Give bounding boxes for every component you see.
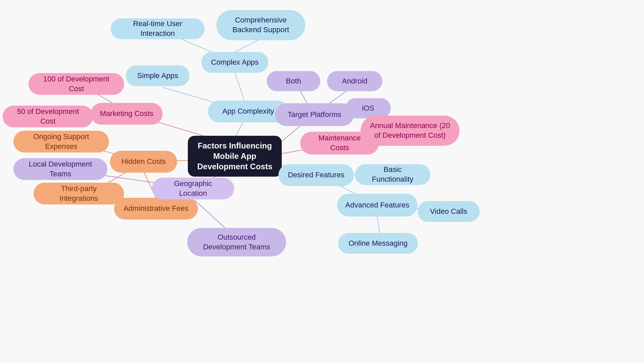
node-complex-apps: Complex Apps: [201, 52, 268, 73]
node-cost-100: 100 of Development Cost: [29, 73, 124, 95]
node-marketing-costs: Marketing Costs: [91, 103, 163, 125]
node-basic-functionality: Basic Functionality: [355, 164, 430, 185]
node-realtime-user: Real-time User Interaction: [111, 18, 205, 39]
node-desired-features: Desired Features: [278, 164, 354, 186]
node-local-dev: Local Development Teams: [13, 158, 107, 180]
node-comprehensive-backend: Comprehensive Backend Support: [216, 10, 305, 40]
svg-line-4: [235, 39, 262, 52]
center-node: Factors Influencing Mobile App Developme…: [188, 136, 282, 177]
node-simple-apps: Simple Apps: [126, 65, 190, 86]
node-android: Android: [327, 71, 382, 91]
node-online-messaging: Online Messaging: [338, 233, 418, 254]
node-outsourced-dev: Outsourced Development Teams: [187, 228, 286, 256]
node-video-calls: Video Calls: [418, 201, 480, 222]
node-ios: iOS: [345, 98, 391, 118]
node-third-party: Third-party Integrations: [34, 183, 124, 204]
node-target-platforms: Target Platforms: [275, 103, 354, 126]
node-both: Both: [267, 71, 320, 91]
node-cost-50: 50 of Development Cost: [3, 106, 93, 127]
node-admin-fees: Administrative Fees: [114, 198, 198, 220]
node-advanced-features: Advanced Features: [337, 194, 418, 217]
node-geo-location: Geographic Location: [152, 178, 234, 199]
node-ongoing-support: Ongoing Support Expenses: [13, 131, 109, 153]
node-annual-maintenance: Annual Maintenance (20 of Development Co…: [361, 116, 460, 146]
node-hidden-costs: Hidden Costs: [110, 151, 177, 173]
